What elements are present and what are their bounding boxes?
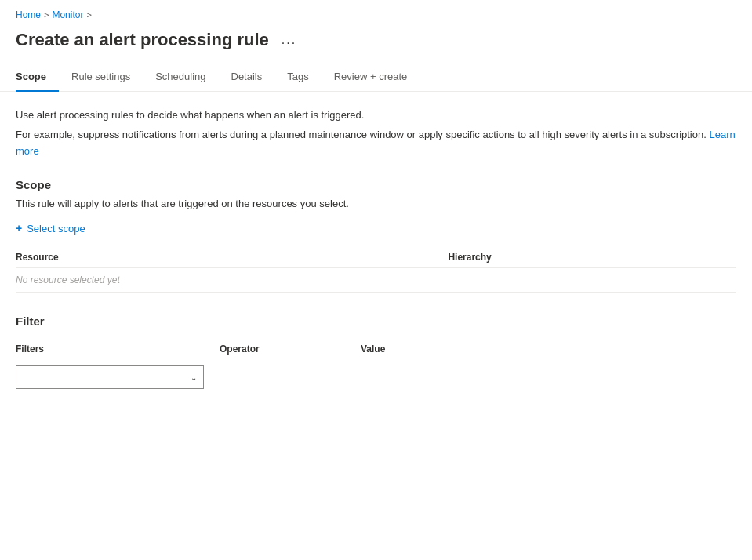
filter-row: ⌄	[16, 362, 736, 392]
breadcrumb-monitor[interactable]: Monitor	[52, 9, 83, 20]
info-line2: For example, suppress notifications from…	[16, 127, 736, 160]
tab-rule-settings[interactable]: Rule settings	[59, 63, 143, 92]
filter-col-filters: Filters	[16, 340, 220, 358]
page-title: Create an alert processing rule	[16, 30, 269, 50]
tabs-nav: Scope Rule settings Scheduling Details T…	[0, 63, 752, 92]
col-header-resource: Resource	[16, 247, 448, 268]
breadcrumb-sep1: >	[44, 10, 49, 20]
info-line1: Use alert processing rules to decide wha…	[16, 107, 736, 124]
table-row-empty: No resource selected yet	[16, 268, 736, 293]
filter-col-operator: Operator	[220, 340, 361, 358]
scope-description: This rule will apply to alerts that are …	[16, 198, 736, 209]
tab-review-create[interactable]: Review + create	[322, 63, 420, 92]
select-scope-label: Select scope	[27, 223, 85, 235]
tab-tags[interactable]: Tags	[274, 63, 321, 92]
chevron-down-icon: ⌄	[191, 373, 197, 382]
filter-section-title: Filter	[16, 315, 736, 328]
filter-dropdown[interactable]: ⌄	[16, 365, 204, 389]
more-options-button[interactable]: ...	[277, 32, 301, 48]
filter-table-header: Filters Operator Value	[16, 340, 736, 362]
filter-dropdown-container: ⌄	[16, 365, 220, 389]
breadcrumb-sep2: >	[86, 10, 91, 20]
resource-table: Resource Hierarchy No resource selected …	[16, 247, 736, 293]
tab-details[interactable]: Details	[219, 63, 275, 92]
select-scope-button[interactable]: + Select scope	[16, 219, 85, 238]
tab-scheduling[interactable]: Scheduling	[143, 63, 218, 92]
main-content: Use alert processing rules to decide wha…	[0, 92, 752, 408]
tab-scope[interactable]: Scope	[16, 63, 59, 92]
breadcrumb: Home > Monitor >	[0, 0, 752, 27]
breadcrumb-home[interactable]: Home	[16, 9, 41, 20]
empty-resource-text: No resource selected yet	[16, 268, 736, 293]
scope-section-title: Scope	[16, 178, 736, 191]
plus-icon: +	[16, 222, 22, 235]
page-header: Create an alert processing rule ...	[0, 27, 752, 63]
filter-col-value: Value	[361, 340, 518, 358]
col-header-hierarchy: Hierarchy	[448, 247, 736, 268]
